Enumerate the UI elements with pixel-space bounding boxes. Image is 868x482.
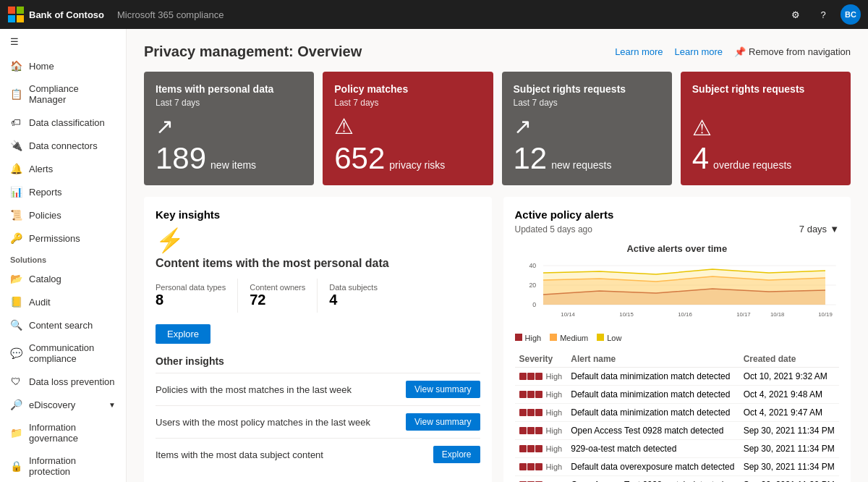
- card-number-0: 189: [156, 143, 206, 174]
- sidebar-label-information-governance: Information governance: [29, 422, 116, 444]
- sidebar-label-content-search: Content search: [29, 320, 93, 331]
- help-icon[interactable]: ?: [813, 4, 833, 25]
- sidebar-item-data-classification[interactable]: 🏷 Data classification: [0, 111, 126, 134]
- severity-badge-1-5: [519, 463, 527, 470]
- chart-legend: High Medium Low: [515, 334, 840, 342]
- card-subject-rights-new[interactable]: Subject rights requests Last 7 days ↗ 12…: [502, 72, 672, 185]
- data-connectors-icon: 🔌: [10, 140, 22, 151]
- stat-data-subjects: Data subjects 4: [318, 279, 389, 313]
- avatar[interactable]: BC: [841, 4, 861, 25]
- remove-nav-link[interactable]: 📌 Remove from navigation: [734, 46, 851, 57]
- org-name: Bank of Contoso: [29, 9, 104, 20]
- view-summary-button-0[interactable]: View summary: [406, 381, 480, 398]
- sidebar-item-permissions[interactable]: 🔑 Permissions: [0, 227, 126, 250]
- alerts-filter[interactable]: 7 days ▼: [799, 224, 839, 234]
- microsoft-logo-icon: [7, 6, 25, 23]
- hamburger-menu[interactable]: ☰: [0, 29, 126, 54]
- sidebar-item-ediscovery[interactable]: 🔎 eDiscovery ▼: [0, 393, 126, 416]
- stat-label-0: Personal data types: [156, 283, 226, 292]
- severity-label-2: High: [546, 408, 563, 417]
- severity-badge-1-2: [519, 409, 527, 416]
- sidebar-item-communication-compliance[interactable]: 💬 Communication compliance: [0, 337, 126, 370]
- col-created-date: Created date: [739, 351, 839, 368]
- col-alert-name: Alert name: [566, 351, 739, 368]
- svg-text:10/16: 10/16: [678, 311, 692, 318]
- col-severity: Severity: [515, 351, 567, 368]
- lightning-icon: ⚡: [156, 227, 480, 254]
- severity-badge-1-3: [519, 427, 527, 434]
- sidebar-item-policies[interactable]: 📜 Policies: [0, 203, 126, 227]
- svg-text:10/18: 10/18: [770, 311, 784, 318]
- sidebar-label-compliance-manager: Compliance Manager: [29, 83, 116, 105]
- sidebar-item-information-governance[interactable]: 📁 Information governance: [0, 416, 126, 449]
- card-subject-rights-overdue[interactable]: Subject rights requests ⚠ 4 overdue requ…: [681, 72, 851, 185]
- svg-text:10/15: 10/15: [619, 311, 634, 318]
- insight-row-0: Policies with the most matches in the la…: [156, 373, 480, 405]
- home-icon: 🏠: [10, 60, 22, 72]
- severity-badge-3-4: [535, 445, 542, 452]
- table-row: High Open Access Test 0928 match detecte…: [515, 422, 840, 440]
- card-title-3: Subject rights requests: [692, 83, 839, 95]
- svg-rect-2: [8, 15, 15, 22]
- sidebar-label-ediscovery: eDiscovery: [29, 399, 75, 410]
- sidebar-item-alerts[interactable]: 🔔 Alerts: [0, 157, 126, 180]
- cell-date-4: Sep 30, 2021 11:34 PM: [739, 440, 839, 458]
- main-content: Privacy management: Overview Learn more …: [127, 29, 868, 482]
- table-row: High Default data minimization match det…: [515, 386, 840, 404]
- solutions-section-label: Solutions: [0, 250, 126, 267]
- svg-marker-18: [543, 269, 825, 305]
- card-title-0: Items with personal data: [156, 83, 302, 95]
- severity-badge-2-3: [527, 427, 535, 434]
- cell-date-6: Sep 30, 2021 11:30 PM: [739, 476, 839, 483]
- sidebar-label-dlp: Data loss prevention: [29, 376, 115, 387]
- insights-title: Key insights: [156, 208, 480, 221]
- sidebar-item-data-loss-prevention[interactable]: 🛡 Data loss prevention: [0, 370, 126, 393]
- topbar: Bank of Contoso Microsoft 365 compliance…: [0, 0, 868, 29]
- cell-name-1: Default data minimization match detected: [566, 386, 739, 404]
- stat-personal-data-types: Personal data types 8: [156, 279, 238, 313]
- org-logo: Bank of Contoso: [7, 6, 104, 23]
- learn-more-link[interactable]: Learn more: [615, 46, 663, 57]
- insight-row-2: Items with the most data subject content…: [156, 438, 480, 470]
- settings-icon[interactable]: ⚙: [786, 4, 806, 25]
- card-items-personal-data[interactable]: Items with personal data Last 7 days ↗ 1…: [144, 72, 314, 185]
- remove-nav-label: Remove from navigation: [749, 46, 851, 57]
- page-actions: Learn more Learn more 📌 Remove from navi…: [615, 46, 851, 57]
- sidebar-label-data-connectors: Data connectors: [29, 140, 98, 151]
- severity-badge-2-1: [527, 391, 535, 398]
- policies-icon: 📜: [10, 209, 22, 221]
- chart-title: Active alerts over time: [515, 243, 840, 254]
- insight-row-1: Users with the most policy matches in th…: [156, 405, 480, 438]
- sidebar-label-audit: Audit: [29, 297, 51, 308]
- key-insights-panel: Key insights ⚡ Content items with the mo…: [144, 197, 492, 482]
- svg-text:10/19: 10/19: [818, 311, 833, 318]
- severity-badges-3: [519, 427, 542, 434]
- sidebar-item-home[interactable]: 🏠 Home: [0, 54, 126, 77]
- learn-more-label[interactable]: Learn more: [675, 46, 723, 57]
- card-policy-matches[interactable]: Policy matches Last 7 days ⚠ 652 privacy…: [323, 72, 493, 185]
- severity-badges-1: [519, 391, 542, 398]
- data-classification-icon: 🏷: [10, 117, 22, 128]
- card-subtitle-3: [692, 98, 839, 109]
- cell-name-3: Open Access Test 0928 match detected: [566, 422, 739, 440]
- sidebar-item-catalog[interactable]: 📂 Catalog: [0, 267, 126, 290]
- sidebar-item-audit[interactable]: 📒 Audit: [0, 290, 126, 313]
- sidebar-item-data-connectors[interactable]: 🔌 Data connectors: [0, 134, 126, 157]
- sidebar-item-reports[interactable]: 📊 Reports: [0, 180, 126, 203]
- explore-sm-button[interactable]: Explore: [433, 446, 480, 463]
- reports-icon: 📊: [10, 186, 22, 198]
- explore-button[interactable]: Explore: [156, 324, 210, 344]
- sidebar-item-information-protection[interactable]: 🔒 Information protection: [0, 449, 126, 482]
- severity-badge-3-2: [535, 409, 542, 416]
- severity-badges-5: [519, 463, 542, 470]
- view-summary-button-1[interactable]: View summary: [406, 413, 480, 431]
- insights-stats: Personal data types 8 Content owners 72 …: [156, 279, 480, 313]
- cell-date-5: Sep 30, 2021 11:34 PM: [739, 458, 839, 476]
- chart-area: 40 20 0 10/14 10/15 10/16 10/17 10/18 10…: [515, 258, 840, 331]
- cell-name-2: Default data minimization match detected: [566, 404, 739, 422]
- card-icon-2: ↗: [514, 114, 660, 139]
- sidebar-item-content-search[interactable]: 🔍 Content search: [0, 313, 126, 337]
- sidebar-item-compliance-manager[interactable]: 📋 Compliance Manager: [0, 77, 126, 111]
- legend-medium: Medium: [550, 334, 588, 342]
- severity-label-5: High: [546, 462, 563, 471]
